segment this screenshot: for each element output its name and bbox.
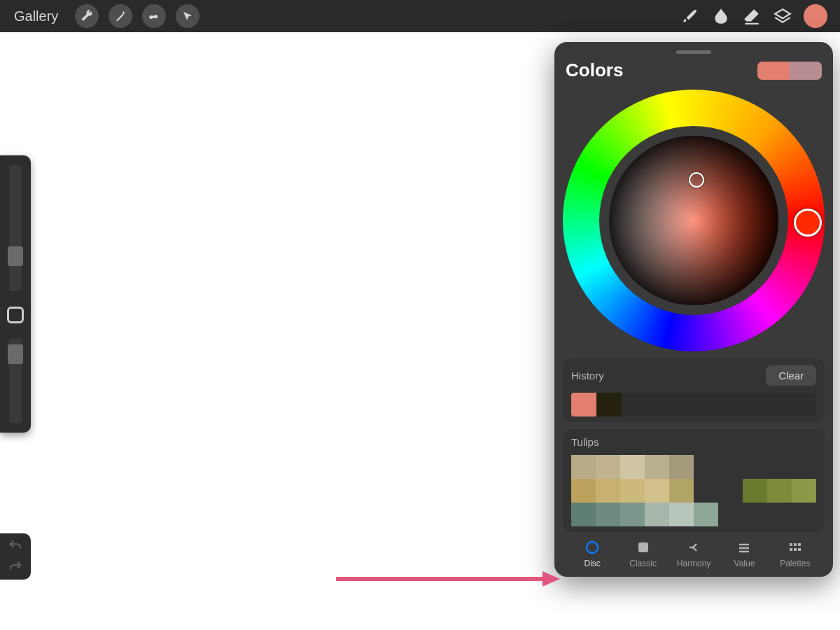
palette-empty-slot[interactable] [792, 503, 816, 526]
palette-swatch[interactable] [645, 455, 669, 479]
svg-rect-6 [794, 548, 797, 551]
palette-empty-slot[interactable] [743, 455, 767, 479]
actions-button[interactable] [75, 4, 99, 28]
palette-swatch[interactable] [620, 455, 645, 479]
history-section: History Clear [563, 358, 825, 422]
tab-harmony[interactable]: Harmony [668, 539, 719, 568]
palette-empty-slot[interactable] [718, 455, 743, 479]
brush-size-thumb[interactable] [8, 246, 23, 266]
palette-swatch[interactable] [571, 503, 596, 526]
color-mode-tabs: DiscClassicHarmonyValuePalettes [563, 532, 825, 570]
palette-empty-slot[interactable] [718, 479, 743, 503]
brush-icon [681, 7, 699, 25]
tab-label: Palettes [780, 559, 810, 568]
undo-redo-bar [0, 533, 31, 580]
svg-rect-1 [638, 542, 648, 552]
svg-point-0 [587, 542, 598, 553]
tab-classic[interactable]: Classic [617, 539, 668, 568]
tab-palettes[interactable]: Palettes [770, 539, 820, 568]
tab-value[interactable]: Value [719, 539, 769, 568]
palette-section: Tulips [563, 429, 825, 532]
palette-grid [571, 455, 816, 526]
palette-empty-slot[interactable] [694, 455, 718, 479]
hue-indicator[interactable] [794, 209, 822, 237]
brush-opacity-slider[interactable] [9, 339, 22, 423]
palette-empty-slot[interactable] [718, 503, 743, 526]
palette-empty-slot[interactable] [694, 479, 718, 503]
svg-rect-2 [790, 543, 792, 546]
modify-button[interactable] [7, 307, 24, 323]
palette-swatch[interactable] [571, 455, 596, 479]
palette-swatch[interactable] [620, 479, 645, 503]
palette-swatch[interactable] [743, 479, 767, 503]
value-icon [736, 539, 752, 556]
history-label: History [571, 370, 604, 382]
undo-button[interactable] [6, 539, 24, 553]
left-sidebar [0, 155, 31, 433]
top-toolbar: Gallery [0, 0, 840, 32]
tab-disc[interactable]: Disc [567, 539, 617, 568]
harmony-icon [685, 539, 702, 556]
tab-label: Value [734, 559, 755, 568]
color-button[interactable] [804, 4, 827, 28]
smudge-tool-button[interactable] [706, 1, 736, 31]
palette-swatch[interactable] [767, 479, 792, 503]
color-wheel[interactable] [563, 90, 825, 351]
palette-swatch[interactable] [620, 503, 645, 526]
brush-size-slider[interactable] [9, 165, 22, 291]
svg-rect-5 [790, 548, 792, 551]
tab-label: Disc [584, 559, 601, 568]
palette-swatch[interactable] [645, 503, 669, 526]
saturation-brightness-disc[interactable] [609, 136, 778, 305]
palette-swatch[interactable] [669, 455, 694, 479]
svg-rect-7 [798, 548, 801, 551]
layers-button[interactable] [767, 1, 798, 31]
sb-indicator[interactable] [689, 172, 704, 188]
primary-swatch[interactable] [757, 62, 790, 80]
panel-drag-handle[interactable] [676, 50, 711, 54]
clear-history-button[interactable]: Clear [766, 365, 816, 386]
secondary-swatch[interactable] [790, 62, 822, 80]
palette-swatch[interactable] [596, 479, 620, 503]
cursor-icon [181, 10, 194, 22]
colors-panel: Colors History Clear Tulips DiscClassicH… [554, 42, 833, 577]
palette-swatch[interactable] [645, 479, 669, 503]
palette-swatch[interactable] [792, 479, 816, 503]
selection-icon [148, 10, 160, 22]
disc-icon [584, 539, 601, 556]
palette-empty-slot[interactable] [767, 503, 792, 526]
classic-icon [635, 539, 652, 556]
palette-empty-slot[interactable] [743, 503, 767, 526]
history-row [571, 393, 816, 416]
current-colors-swatch[interactable] [757, 62, 822, 80]
palette-swatch[interactable] [596, 455, 620, 479]
palette-swatch[interactable] [669, 479, 694, 503]
palette-swatch[interactable] [596, 503, 620, 526]
palette-swatch[interactable] [669, 503, 694, 526]
palette-empty-slot[interactable] [767, 455, 792, 479]
tab-label: Classic [629, 559, 657, 568]
gallery-button[interactable]: Gallery [7, 8, 65, 24]
adjustments-button[interactable] [108, 4, 132, 28]
redo-button[interactable] [6, 560, 24, 574]
brush-tool-button[interactable] [675, 1, 706, 31]
palette-name-label: Tulips [571, 436, 816, 448]
history-swatch[interactable] [596, 393, 622, 416]
wrench-icon [80, 10, 93, 22]
tab-label: Harmony [677, 559, 711, 568]
svg-rect-4 [798, 543, 801, 546]
panel-title: Colors [566, 59, 623, 81]
palette-empty-slot[interactable] [792, 455, 816, 479]
history-swatch[interactable] [571, 393, 596, 416]
palette-swatch[interactable] [694, 503, 718, 526]
svg-rect-3 [794, 543, 797, 546]
layers-icon [774, 7, 792, 25]
selection-button[interactable] [142, 4, 166, 28]
brush-opacity-thumb[interactable] [8, 344, 23, 364]
palette-swatch[interactable] [571, 479, 596, 503]
eraser-tool-button[interactable] [736, 1, 767, 31]
smudge-icon [712, 7, 730, 25]
transform-button[interactable] [176, 4, 200, 28]
wand-icon [114, 10, 127, 22]
eraser-icon [743, 7, 761, 25]
